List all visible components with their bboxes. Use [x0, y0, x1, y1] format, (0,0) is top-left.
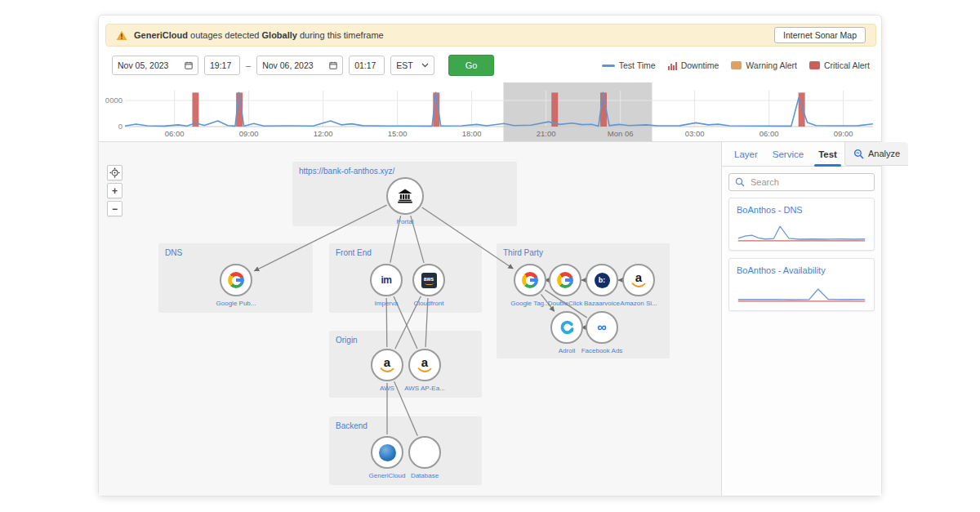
- node-label-amazon-si: Amazon Si...: [620, 300, 657, 307]
- calendar-icon[interactable]: [185, 60, 193, 70]
- calendar-icon[interactable]: [329, 60, 337, 70]
- test-sparkline: [737, 278, 866, 304]
- svg-text:20000: 20000: [105, 96, 122, 105]
- node-doubleclick[interactable]: [549, 264, 581, 296]
- edge-portal-to-google-pub: [254, 205, 386, 271]
- outage-alert-banner: GeneriCloud outages detected Globally du…: [105, 24, 876, 47]
- imperva-logo-icon: im: [381, 274, 391, 286]
- amazon-logo-icon: a: [417, 357, 432, 373]
- legend-item-warning-alert: Warning Alert: [731, 60, 797, 70]
- node-database[interactable]: [408, 436, 441, 469]
- downtime-bar[interactable]: [551, 92, 558, 127]
- node-adroll[interactable]: [550, 311, 583, 344]
- start-time-input[interactable]: [210, 60, 234, 70]
- internet-sonar-map-button[interactable]: Internet Sonar Map: [774, 27, 866, 43]
- x-tick-label: 09:00: [239, 129, 259, 138]
- bazaarvoice-logo-icon: b:: [595, 273, 610, 288]
- alert-swatch-icon: [731, 61, 742, 69]
- x-tick-label: 03:00: [685, 129, 705, 138]
- test-card[interactable]: BoAnthos - Availability: [728, 258, 875, 311]
- warning-icon: [116, 30, 127, 41]
- screen: GeneriCloud outages detected Globally du…: [0, 0, 980, 512]
- amazon-logo-icon: a: [380, 357, 394, 373]
- chevron-down-icon: [421, 63, 429, 68]
- google-logo-icon: [228, 272, 244, 288]
- end-time-field[interactable]: [349, 56, 385, 75]
- downtime-bar[interactable]: [192, 92, 198, 127]
- adroll-logo-icon: [559, 320, 575, 336]
- legend-label: Downtime: [681, 60, 719, 70]
- go-button[interactable]: Go: [448, 55, 494, 76]
- node-label-imperva: Imperva: [375, 300, 399, 307]
- x-tick-label: 06:00: [165, 129, 185, 138]
- legend-item-downtime: Downtime: [668, 60, 719, 70]
- end-date-input[interactable]: [262, 60, 325, 70]
- start-date-input[interactable]: [118, 60, 180, 70]
- node-label-aws: AWS: [380, 385, 394, 392]
- graph-zoom-controls: + −: [107, 165, 122, 216]
- zoom-in-button[interactable]: +: [107, 183, 122, 198]
- node-label-bazaarvoice: Bazaarvoice: [584, 300, 620, 307]
- test-card-title: BoAnthos - DNS: [737, 205, 866, 215]
- aws-cloudfront-icon: aws: [421, 273, 437, 288]
- timeline-chart-svg[interactable]: 02000006:0009:0012:0015:0018:0021:00Mon …: [105, 82, 876, 141]
- node-aws-ap[interactable]: a: [408, 349, 441, 381]
- downtime-bars-icon: [668, 61, 677, 70]
- tab-service[interactable]: Service: [765, 142, 811, 166]
- timezone-select[interactable]: EST: [390, 56, 434, 75]
- test-card[interactable]: BoAnthos - DNS: [728, 198, 875, 251]
- start-time-field[interactable]: [204, 56, 240, 75]
- node-portal[interactable]: [386, 177, 424, 215]
- test-time-line-icon: [602, 65, 615, 67]
- node-label-doubleclick: DoubleClick: [548, 300, 583, 307]
- legend-item-test-time: Test Time: [602, 60, 656, 70]
- google-logo-icon: [522, 272, 538, 288]
- search-box[interactable]: [728, 173, 875, 191]
- test-sparkline: [737, 217, 866, 243]
- dependency-graph[interactable]: https://bank-of-anthos.xyz/DNSFront EndT…: [99, 142, 721, 496]
- alert-swatch-icon: [809, 61, 820, 69]
- legend-label: Warning Alert: [746, 60, 797, 70]
- main-area: https://bank-of-anthos.xyz/DNSFront EndT…: [99, 141, 881, 496]
- x-tick-label: 09:00: [834, 129, 853, 138]
- search-input[interactable]: [751, 177, 868, 187]
- node-google-tag[interactable]: [514, 264, 546, 296]
- node-aws[interactable]: a: [371, 349, 403, 381]
- x-tick-label: 21:00: [537, 129, 556, 138]
- legend-item-critical-alert: Critical Alert: [809, 60, 870, 70]
- start-date-field[interactable]: [112, 56, 198, 75]
- range-separator: –: [246, 60, 251, 70]
- timeline-chart[interactable]: 02000006:0009:0012:0015:0018:0021:00Mon …: [105, 82, 876, 141]
- facebook-ads-icon: ∞: [597, 321, 606, 334]
- x-tick-label: 06:00: [760, 129, 779, 138]
- legend-label: Critical Alert: [824, 60, 870, 70]
- edge-portal-to-google-tag: [422, 207, 514, 269]
- node-label-genericloud: GeneriCloud: [369, 472, 406, 479]
- google-logo-icon: [557, 272, 573, 288]
- test-card-title: BoAnthos - Availability: [737, 265, 866, 275]
- downtime-bar[interactable]: [799, 92, 805, 127]
- alert-text: GeneriCloud outages detected Globally du…: [134, 30, 384, 40]
- node-bazaarvoice[interactable]: b:: [586, 264, 618, 296]
- analyze-button[interactable]: Analyze: [844, 142, 908, 166]
- tab-test[interactable]: Test: [811, 142, 844, 166]
- end-date-field[interactable]: [256, 56, 343, 75]
- analyze-icon: [853, 149, 864, 159]
- timezone-value: EST: [396, 60, 412, 70]
- genericloud-logo-icon: [379, 444, 396, 461]
- node-facebook-ads[interactable]: ∞: [586, 311, 618, 344]
- node-cloudfront[interactable]: aws: [412, 264, 445, 296]
- zoom-out-button[interactable]: −: [107, 201, 122, 216]
- end-time-input[interactable]: [354, 60, 379, 70]
- tab-layer[interactable]: Layer: [727, 142, 765, 166]
- search-icon: [735, 177, 745, 187]
- legend-label: Test Time: [619, 60, 656, 70]
- node-google-pub[interactable]: [220, 264, 252, 296]
- node-genericloud[interactable]: [371, 436, 403, 469]
- locate-icon: [109, 167, 120, 178]
- node-label-google-pub: Google Pub...: [216, 300, 256, 307]
- node-imperva[interactable]: im: [370, 264, 403, 296]
- locate-button[interactable]: [107, 165, 122, 180]
- x-tick-label: Mon 06: [608, 129, 634, 138]
- node-amazon-si[interactable]: a: [622, 264, 655, 296]
